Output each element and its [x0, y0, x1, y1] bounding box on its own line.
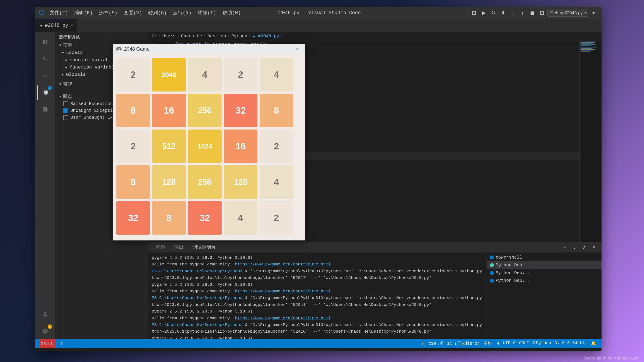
- game-tile: 32: [188, 201, 222, 235]
- status-eol[interactable]: CRLF: [517, 341, 531, 346]
- error-count: 0: [44, 341, 46, 346]
- menu-edit[interactable]: 编辑(E): [72, 8, 96, 17]
- python-deb-3-label: Python Deb...: [496, 278, 530, 283]
- tab-close-button[interactable]: ×: [70, 23, 73, 28]
- game-window: 🎮 2048 Game ─ □ ✕ 2204842481625632825121…: [113, 44, 305, 240]
- special-vars-arrow-icon: ▸: [65, 57, 68, 63]
- title-center: #2048.py - Visual Studio Code: [276, 10, 361, 16]
- terminal-item-powershell[interactable]: powershell: [487, 254, 602, 261]
- menu-view[interactable]: 查看(V): [121, 8, 145, 17]
- panel-more[interactable]: …: [570, 243, 578, 251]
- game-tile: 32: [224, 94, 258, 127]
- python-deb-3-dot: [490, 279, 494, 283]
- activity-settings[interactable]: 1: [38, 323, 53, 339]
- menu-help[interactable]: 帮助(H): [220, 8, 244, 17]
- menu-select[interactable]: 选择(S): [96, 8, 120, 17]
- watch-arrow-icon: ▾: [59, 81, 62, 87]
- game-close-button[interactable]: ✕: [292, 45, 302, 53]
- powershell-dot: [490, 256, 494, 260]
- menu-bar: 文件(F) 编辑(E) 选择(S) 查看(V) 转到(G) 运行(R) 终端(T…: [47, 8, 244, 17]
- terminal-line-10: pygame 2.5.2 (SDL 2.28.3, Python 3.10.6): [152, 335, 483, 339]
- remote-icon: ⊙: [60, 341, 63, 346]
- game-maximize-button[interactable]: □: [282, 45, 292, 53]
- globals-arrow-icon: ▸: [62, 72, 64, 77]
- sidebar-title: 运行和调试: [55, 32, 148, 41]
- breadcrumb-part-2: Chaos He: [181, 33, 202, 39]
- breadcrumb-part-5: ⬥ #2048.py: [252, 33, 279, 39]
- python-deb-2-dot: [490, 271, 494, 275]
- game-tile: 8: [116, 94, 150, 127]
- tab-hash-icon: ⬥: [40, 23, 43, 28]
- game-title-bar: 🎮 2048 Game ─ □ ✕: [113, 44, 305, 54]
- status-spaces[interactable]: 空格: 4: [482, 341, 501, 346]
- error-icon: ⊗: [41, 341, 43, 346]
- panel-tab-debug-console[interactable]: 调试控制台: [188, 242, 220, 252]
- activity-extensions[interactable]: [38, 101, 53, 117]
- game-tile: 256: [188, 165, 222, 199]
- raised-checkbox[interactable]: [63, 101, 68, 106]
- game-tile: 256: [188, 94, 222, 127]
- terminal-line-7: pygame 2.5.2 (SDL 2.28.3, Python 3.10.6): [152, 308, 483, 315]
- status-errors[interactable]: ⊗ 0 △ 0: [39, 339, 55, 348]
- debug-badge: 2: [48, 86, 52, 90]
- panel-collapse[interactable]: ∧: [580, 243, 588, 251]
- panel-content[interactable]: pygame 2.5.2 (SDL 2.28.3, Python 3.10.6)…: [148, 253, 486, 339]
- breadcrumb: C: › Users › Chaos He › Desktop › Python…: [148, 32, 602, 41]
- activity-account[interactable]: [38, 306, 53, 322]
- terminal-line-6: PS C:\Users\Chaos He\Desktop\Python> & '…: [152, 295, 483, 308]
- status-position[interactable]: 行 239，列 11 (已选择642): [420, 341, 482, 346]
- terminal-item-python-deb-2[interactable]: Python Deb...: [487, 269, 602, 277]
- status-python-version[interactable]: 3.10.6 64-bit: [553, 341, 589, 346]
- game-tile: 128: [152, 165, 186, 199]
- status-remote[interactable]: ⊙: [59, 339, 65, 348]
- language-icon: ⎙: [532, 341, 535, 346]
- breadcrumb-part-1: Users: [162, 33, 176, 39]
- activity-source-control[interactable]: [38, 68, 53, 83]
- game-tile: 16: [224, 129, 258, 163]
- game-tile: 16: [152, 94, 186, 127]
- uncaught-checkbox[interactable]: ✓: [63, 108, 68, 113]
- game-row: 3283242: [116, 201, 302, 235]
- status-right: 行 239，列 11 (已选择642) 空格: 4 UTF-8 CRLF ⎙ P…: [420, 341, 598, 346]
- game-tile: 4: [188, 58, 222, 91]
- breadcrumb-part-4: Python: [231, 33, 247, 39]
- menu-terminal[interactable]: 终端(T): [195, 8, 219, 17]
- warning-count: 0: [51, 341, 53, 346]
- sidebar-breakpoints-label: 断点: [63, 93, 72, 99]
- menu-goto[interactable]: 转到(G): [146, 8, 170, 17]
- user-uncaught-checkbox[interactable]: [63, 115, 68, 120]
- game-tile: 2: [260, 129, 293, 163]
- panel-tab-output[interactable]: 输出: [170, 242, 188, 252]
- panel-close[interactable]: ×: [590, 243, 598, 251]
- game-tile: 4: [260, 165, 293, 199]
- menu-file[interactable]: 文件(F): [47, 8, 71, 17]
- globals-label: Globals: [66, 72, 86, 77]
- terminal-line-5: Hello from the pygame community. https:/…: [152, 288, 483, 295]
- status-notifications[interactable]: 🔔: [589, 341, 598, 346]
- activity-search[interactable]: [38, 51, 53, 67]
- game-title: 2048 Game: [124, 46, 150, 52]
- locals-label: Locals: [66, 50, 83, 55]
- terminal-item-python-deb-3[interactable]: Python Deb...: [487, 277, 602, 284]
- panel-tab-problems[interactable]: 问题: [152, 242, 170, 252]
- game-tile: 2048: [152, 58, 186, 91]
- tab-label: #2048.py: [45, 23, 68, 28]
- bell-icon: 🔔: [591, 341, 596, 346]
- status-encoding[interactable]: UTF-8: [501, 341, 517, 346]
- activity-debug[interactable]: 2: [38, 84, 53, 100]
- function-vars-arrow-icon: ▸: [65, 64, 68, 70]
- terminal-item-python-deb-1[interactable]: Python Deb...: [487, 261, 602, 269]
- function-vars-label: function variables: [70, 65, 120, 70]
- menu-run[interactable]: 运行(R): [170, 8, 194, 17]
- terminal-line-2: Hello from the pygame community. https:/…: [152, 261, 483, 268]
- game-minimize-button[interactable]: ─: [272, 45, 282, 53]
- activity-explorer[interactable]: [38, 34, 53, 50]
- tab-2048py[interactable]: ⬥ #2048.py ×: [36, 19, 78, 31]
- game-row: 25121024162: [116, 129, 302, 163]
- status-language[interactable]: ⎙ Python: [531, 341, 553, 346]
- game-tile: 1024: [188, 129, 222, 163]
- game-row: 22048424: [116, 58, 302, 91]
- panel-new-terminal[interactable]: +: [561, 243, 569, 251]
- status-bar: ⊗ 0 △ 0 ⊙ 行 239，列 11 (已选择642) 空格: 4 UTF-…: [36, 339, 602, 348]
- breadcrumb-part-6: …: [284, 33, 287, 39]
